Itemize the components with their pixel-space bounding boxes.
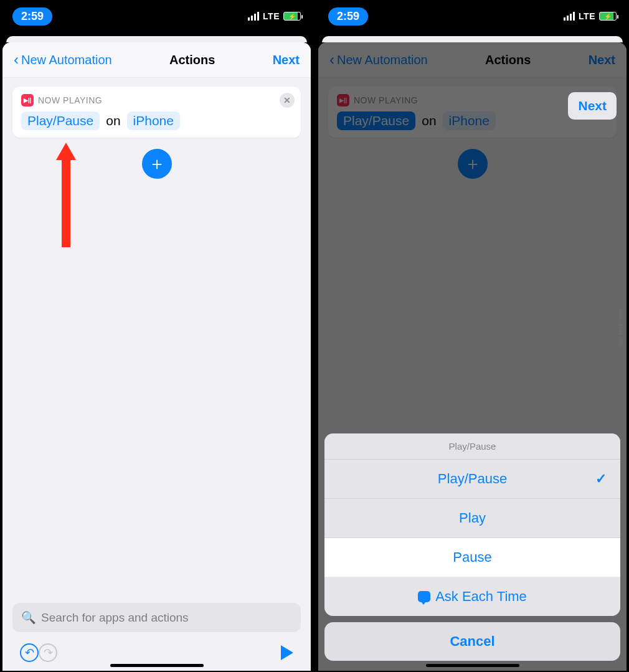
option-label: Pause	[453, 549, 491, 566]
card-header: ▶|| NOW PLAYING	[21, 94, 292, 106]
option-pause[interactable]: Pause	[324, 538, 620, 577]
option-ask-each-time[interactable]: Ask Each Time	[324, 577, 620, 616]
charging-icon: ⚡	[604, 13, 612, 20]
status-bar: 2:59 LTE ⚡	[1, 1, 312, 31]
chevron-left-icon: ‹	[14, 51, 19, 69]
status-time: 2:59	[12, 7, 52, 26]
now-playing-icon: ▶||	[21, 94, 34, 106]
search-field[interactable]: 🔍 Search for apps and actions	[12, 603, 301, 632]
status-bar: 2:59 LTE ⚡	[317, 1, 628, 31]
watermark: www.deua.com	[618, 309, 624, 347]
option-playpause[interactable]: Play/Pause	[324, 460, 620, 499]
cancel-button[interactable]: Cancel	[324, 622, 620, 661]
left-screenshot: 2:59 LTE ⚡ ‹ New Automation Actions Next…	[1, 1, 312, 671]
network-label: LTE	[579, 11, 595, 21]
network-label: LTE	[263, 11, 280, 21]
device-parameter[interactable]: iPhone	[127, 111, 180, 130]
back-button[interactable]: ‹ New Automation	[14, 51, 112, 69]
option-label: Ask Each Time	[435, 589, 527, 605]
redo-button[interactable]: ↷	[39, 643, 57, 662]
message-icon	[418, 591, 430, 602]
option-label: Play/Pause	[438, 471, 507, 487]
action-sheet-group: Play/Pause Play/Pause Play Pause Ask Eac…	[324, 433, 620, 616]
plus-icon: ＋	[148, 152, 166, 176]
signal-icon	[248, 12, 259, 21]
annotation-arrow	[56, 143, 76, 247]
home-indicator[interactable]	[426, 664, 519, 667]
arrow-shaft	[62, 160, 70, 247]
playpause-parameter[interactable]: Play/Pause	[21, 111, 100, 130]
option-label: Play	[459, 510, 486, 526]
card-body: Play/Pause on iPhone	[21, 111, 292, 130]
redo-icon: ↷	[44, 646, 53, 660]
modal-sheet: ‹ New Automation Actions Next ▶|| NOW PL…	[318, 42, 627, 671]
sheet-stack-edge	[317, 31, 628, 42]
nav-bar: ‹ New Automation Actions Next	[2, 42, 311, 78]
status-time: 2:59	[328, 7, 368, 26]
back-label: New Automation	[21, 53, 112, 67]
signal-icon	[564, 12, 575, 21]
right-screenshot: 2:59 LTE ⚡ ‹ New Automation Actions Next…	[317, 1, 628, 671]
remove-action-button[interactable]: ✕	[280, 93, 295, 108]
run-button[interactable]	[281, 645, 293, 660]
modal-sheet: ‹ New Automation Actions Next ▶|| NOW PL…	[2, 42, 311, 671]
undo-icon: ↶	[25, 646, 34, 660]
next-button[interactable]: Next	[273, 53, 300, 67]
battery-icon: ⚡	[283, 12, 301, 21]
undo-button[interactable]: ↶	[20, 643, 39, 662]
next-button-highlighted[interactable]: Next	[568, 92, 617, 120]
close-icon: ✕	[283, 95, 291, 105]
battery-icon: ⚡	[599, 12, 617, 21]
search-placeholder: Search for apps and actions	[41, 611, 189, 625]
content-area: ▶|| NOW PLAYING ✕ Play/Pause on iPhone ＋	[2, 78, 311, 603]
add-action-button[interactable]: ＋	[142, 149, 172, 179]
action-sheet: Play/Pause Play/Pause Play Pause Ask Eac…	[324, 433, 620, 661]
arrow-head-icon	[56, 143, 76, 160]
home-indicator[interactable]	[110, 664, 204, 667]
action-sheet-title: Play/Pause	[324, 433, 620, 460]
card-label: NOW PLAYING	[38, 95, 102, 105]
charging-icon: ⚡	[288, 13, 296, 20]
status-icons: LTE ⚡	[248, 11, 301, 21]
nav-title: Actions	[169, 53, 215, 67]
sheet-stack-edge	[1, 31, 312, 42]
option-play[interactable]: Play	[324, 499, 620, 538]
status-icons: LTE ⚡	[564, 11, 617, 21]
search-icon: 🔍	[21, 610, 36, 625]
action-card[interactable]: ▶|| NOW PLAYING ✕ Play/Pause on iPhone	[12, 87, 301, 138]
word-on: on	[106, 113, 120, 128]
